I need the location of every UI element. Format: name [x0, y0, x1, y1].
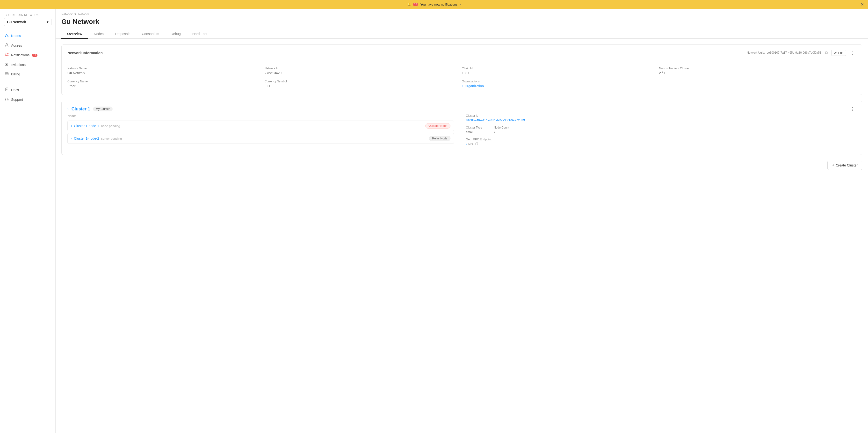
- network-name-cell: Network Name Gu Network: [67, 65, 265, 77]
- main-content: Network: Gu Network Gu Network Overview …: [56, 9, 868, 433]
- sidebar-item-docs[interactable]: Docs: [0, 85, 55, 95]
- cluster-type-label: Cluster Type: [466, 126, 482, 129]
- cluster-chevron-icon: ›: [67, 107, 69, 111]
- network-selector[interactable]: Gu Network ▾: [4, 18, 52, 26]
- tab-hardfork[interactable]: Hard Fork: [187, 29, 213, 39]
- cluster-card: › Cluster 1 My Cluster ⋮ Nodes › Cluster: [61, 101, 862, 155]
- svg-text:12: 12: [7, 53, 8, 54]
- network-id-value: 276313420: [265, 71, 462, 75]
- cluster-nodes-section: Nodes › Cluster 1-node-1 node pending Va…: [67, 114, 462, 150]
- cluster-header: › Cluster 1 My Cluster ⋮: [62, 101, 862, 114]
- card-header-right: Network Uuid: ce300107-7a17-465d-9a30-0d…: [747, 50, 856, 56]
- empty-cell: [659, 78, 856, 90]
- cluster-id-label: Cluster Id: [466, 114, 856, 117]
- currency-name-label: Currency Name: [67, 80, 265, 83]
- num-nodes-cell: Num of Nodes / Cluster 2 / 1: [659, 65, 856, 77]
- notifications-badge: 12: [32, 54, 37, 57]
- copy-uuid-icon[interactable]: [825, 51, 828, 55]
- cluster-type-field: Cluster Type small: [466, 126, 482, 134]
- edit-button[interactable]: Edit: [831, 50, 846, 56]
- sidebar-nodes-label: Nodes: [11, 34, 21, 38]
- node-count-value: 2: [494, 130, 509, 134]
- create-cluster-button[interactable]: + Create Cluster: [828, 161, 862, 170]
- support-icon: [5, 97, 9, 102]
- sidebar-item-support[interactable]: Support: [0, 95, 55, 104]
- sidebar-billing-label: Billing: [11, 72, 20, 76]
- banner-chevron-icon[interactable]: ▾: [459, 3, 461, 6]
- node-1-type-badge: Validator Node: [425, 123, 451, 128]
- create-cluster-plus-icon: +: [832, 163, 834, 167]
- geth-rpc-value: N/A: [468, 142, 474, 146]
- num-nodes-value: 2 / 1: [659, 71, 856, 75]
- svg-point-5: [6, 43, 7, 45]
- currency-symbol-label: Currency Symbol: [265, 80, 462, 83]
- node-2-chevron-icon: ›: [71, 137, 72, 140]
- sidebar-item-notifications[interactable]: 12 Notifications 12: [0, 50, 55, 60]
- network-info-card-header: Network Information Network Uuid: ce3001…: [62, 45, 862, 60]
- breadcrumb: Network: Gu Network: [56, 9, 868, 17]
- content-area: Network Information Network Uuid: ce3001…: [56, 39, 868, 178]
- geth-rpc-row: › N/A: [466, 142, 856, 146]
- network-info-more-button[interactable]: ⋮: [849, 50, 856, 56]
- geth-rpc-label: Geth RPC Endpoint: [466, 138, 856, 141]
- cluster-body: Nodes › Cluster 1-node-1 node pending Va…: [62, 114, 862, 155]
- node-2-type-badge: Relay Node: [429, 136, 451, 141]
- cluster-badge: My Cluster: [93, 106, 113, 112]
- banner-content: 🔔 12 You have new notifications ▾: [407, 3, 461, 6]
- svg-point-0: [6, 34, 7, 35]
- tab-debug[interactable]: Debug: [165, 29, 187, 39]
- currency-name-cell: Currency Name Ether: [67, 78, 265, 90]
- sidebar-item-billing[interactable]: Billing: [0, 69, 55, 79]
- cluster-nodes-label: Nodes: [67, 114, 454, 118]
- docs-icon: [5, 88, 9, 92]
- node-count-label: Node Count: [494, 126, 509, 129]
- sidebar: Blockchain Network Gu Network ▾ Nodes: [0, 9, 56, 433]
- cluster-id-field: Cluster Id 8108b746-e151-4431-bf4c-3d0b0…: [466, 114, 856, 122]
- node-row-1-left: › Cluster 1-node-1 node pending: [71, 124, 120, 128]
- tab-proposals[interactable]: Proposals: [110, 29, 136, 39]
- network-name-value: Gu Network: [67, 71, 265, 75]
- network-selector-chevron-icon: ▾: [46, 20, 48, 24]
- organizations-value[interactable]: 1 Organization: [462, 84, 659, 88]
- create-cluster-label: Create Cluster: [836, 163, 858, 167]
- sidebar-item-access[interactable]: Access: [0, 40, 55, 50]
- sidebar-docs-label: Docs: [11, 88, 19, 92]
- tabs-bar: Overview Nodes Proposals Consortium Debu…: [56, 29, 868, 39]
- sidebar-item-nodes[interactable]: Nodes: [0, 31, 55, 40]
- chain-id-value: 1337: [462, 71, 659, 75]
- banner-close-button[interactable]: ✕: [861, 2, 864, 6]
- notifications-icon: 12: [5, 53, 9, 58]
- node-2-name[interactable]: Cluster 1-node-2: [74, 136, 99, 141]
- tab-consortium[interactable]: Consortium: [136, 29, 165, 39]
- currency-symbol-value: ETH: [265, 84, 462, 88]
- organizations-label: Organizations: [462, 80, 659, 83]
- currency-symbol-cell: Currency Symbol ETH: [265, 78, 462, 90]
- sidebar-invitations-label: Invitations: [10, 63, 26, 67]
- copy-geth-rpc-icon[interactable]: [475, 142, 478, 146]
- currency-name-value: Ether: [67, 84, 265, 88]
- app-layout: Blockchain Network Gu Network ▾ Nodes: [0, 9, 868, 433]
- sidebar-section-label: Blockchain Network: [0, 13, 55, 18]
- network-info-title: Network Information: [67, 51, 103, 55]
- notification-banner[interactable]: 🔔 12 You have new notifications ▾ ✕: [0, 0, 868, 9]
- sidebar-item-invitations[interactable]: ✉ Invitations: [0, 60, 55, 69]
- page-title: Gu Network: [56, 17, 868, 29]
- geth-rpc-chevron-icon: ›: [466, 142, 467, 146]
- network-uuid-value: ce300107-7a17-465d-9a30-0d6a7d0f0a53: [767, 51, 822, 54]
- bell-icon: 🔔: [407, 3, 411, 6]
- cluster-info-row: Cluster Type small Node Count 2: [466, 126, 856, 138]
- svg-line-4: [7, 35, 8, 36]
- node-row-2-left: › Cluster 1-node-2 server pending: [71, 136, 122, 141]
- tab-overview[interactable]: Overview: [61, 29, 88, 39]
- node-1-name[interactable]: Cluster 1-node-1: [74, 124, 99, 128]
- tab-nodes[interactable]: Nodes: [88, 29, 109, 39]
- invitations-icon: ✉: [5, 62, 8, 67]
- geth-rpc-field: Geth RPC Endpoint › N/A: [466, 138, 856, 146]
- network-uuid-label: Network Uuid: ce300107-7a17-465d-9a30-0d…: [747, 51, 821, 54]
- chain-id-label: Chain Id: [462, 67, 659, 70]
- network-info-card: Network Information Network Uuid: ce3001…: [61, 44, 862, 95]
- banner-message: You have new notifications: [421, 3, 458, 6]
- cluster-more-button[interactable]: ⋮: [849, 106, 856, 112]
- node-row-2: › Cluster 1-node-2 server pending Relay …: [67, 133, 454, 144]
- node-1-status: node pending: [101, 124, 120, 128]
